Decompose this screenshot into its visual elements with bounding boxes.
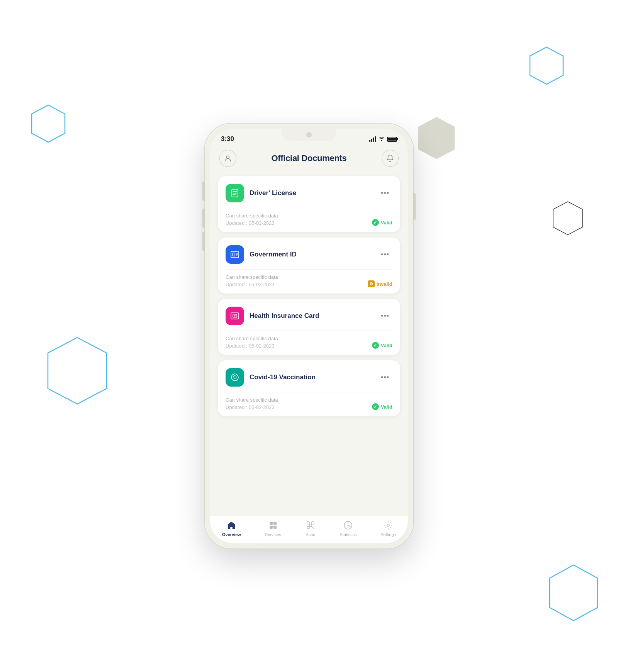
driver-license-card[interactable]: Driver' License ••• Can share specific d… xyxy=(218,176,400,232)
health-insurance-updated: Updated : 05-02-2023 xyxy=(226,343,278,349)
svg-marker-2 xyxy=(530,47,563,84)
svg-marker-3 xyxy=(553,202,582,235)
status-bar: 3:30 xyxy=(210,129,408,146)
profile-button[interactable] xyxy=(219,150,236,167)
hex-decoration-left-small xyxy=(31,104,66,143)
services-icon xyxy=(268,520,278,531)
driver-license-updated: Updated : 05-02-2023 xyxy=(226,220,278,226)
government-id-status-label: Invalid xyxy=(377,281,392,287)
svg-marker-1 xyxy=(48,338,107,404)
driver-license-status-icon: ✓ xyxy=(372,219,379,226)
health-insurance-status-icon: ✓ xyxy=(372,342,379,349)
hex-decoration-right-top xyxy=(529,46,564,85)
battery-icon xyxy=(387,137,397,142)
svg-rect-24 xyxy=(270,526,273,529)
nav-scan-label: Scan xyxy=(306,532,315,537)
health-insurance-share: Can share specific data xyxy=(226,336,278,341)
home-icon xyxy=(226,520,237,531)
driver-license-left: Driver' License xyxy=(226,184,296,202)
svg-rect-26 xyxy=(307,522,309,524)
nav-services-label: Services xyxy=(265,532,281,537)
health-insurance-card[interactable]: Health Insurance Card ••• Can share spec… xyxy=(218,299,400,355)
health-insurance-divider xyxy=(226,331,392,331)
health-insurance-header: Health Insurance Card ••• xyxy=(226,307,392,325)
driver-license-title: Driver' License xyxy=(250,189,296,197)
nav-settings-label: Settings xyxy=(380,532,396,537)
government-id-share: Can share specific data xyxy=(226,274,278,280)
notch-camera xyxy=(306,132,312,137)
nav-item-overview[interactable]: Overview xyxy=(216,520,247,537)
driver-license-share: Can share specific data xyxy=(226,213,278,219)
driver-license-divider xyxy=(226,208,392,208)
phone-screen: 3:30 xyxy=(210,129,408,543)
scan-icon xyxy=(305,520,316,531)
document-icon xyxy=(230,188,240,198)
svg-rect-22 xyxy=(270,522,273,525)
nav-item-settings[interactable]: Settings xyxy=(374,520,402,537)
svg-rect-28 xyxy=(307,526,309,529)
driver-license-menu-button[interactable]: ••• xyxy=(378,188,392,199)
covid-vaccination-header: Covid-19 Vaccination ••• xyxy=(226,368,392,387)
covid-vaccination-divider xyxy=(226,392,392,392)
nav-overview-label: Overview xyxy=(222,532,241,537)
status-icons xyxy=(369,136,397,142)
government-id-updated: Updated : 05-02-2023 xyxy=(226,282,278,287)
insurance-icon xyxy=(230,311,240,321)
driver-license-info: Can share specific data Updated : 05-02-… xyxy=(226,213,278,226)
svg-marker-5 xyxy=(418,117,455,159)
phone-frame: 3:30 xyxy=(205,124,413,548)
health-insurance-footer: Can share specific data Updated : 05-02-… xyxy=(226,336,392,349)
driver-license-icon xyxy=(226,184,244,202)
government-id-status-icon: ⚙ xyxy=(368,280,375,287)
driver-license-footer: Can share specific data Updated : 05-02-… xyxy=(226,213,392,226)
health-insurance-status: ✓ Valid xyxy=(372,342,392,349)
health-insurance-icon xyxy=(226,307,244,325)
page-title: Official Documents xyxy=(271,153,346,163)
government-id-menu-button[interactable]: ••• xyxy=(378,249,392,260)
nav-item-scan[interactable]: Scan xyxy=(299,520,322,537)
svg-point-6 xyxy=(227,156,229,159)
nav-item-statistics[interactable]: Statistics xyxy=(333,520,363,537)
bell-icon xyxy=(386,154,394,163)
settings-icon xyxy=(383,520,394,531)
signal-bars-icon xyxy=(369,136,376,142)
app-header: Official Documents xyxy=(210,146,408,173)
svg-point-21 xyxy=(234,378,236,379)
id-icon xyxy=(230,249,240,260)
nav-item-services[interactable]: Services xyxy=(259,520,287,537)
covid-vaccination-card[interactable]: Covid-19 Vaccination ••• Can share speci… xyxy=(218,360,400,416)
status-time: 3:30 xyxy=(221,135,234,143)
phone-body: 3:30 xyxy=(205,124,413,548)
profile-icon xyxy=(224,154,232,163)
driver-license-status-label: Valid xyxy=(381,220,392,226)
vaccination-icon xyxy=(230,372,240,382)
covid-vaccination-menu-button[interactable]: ••• xyxy=(378,372,392,383)
notification-button[interactable] xyxy=(382,150,399,167)
covid-vaccination-status: ✓ Valid xyxy=(372,403,392,410)
health-insurance-left: Health Insurance Card xyxy=(226,307,319,325)
svg-marker-4 xyxy=(550,565,598,621)
hex-decoration-right-bottom xyxy=(548,564,599,622)
driver-license-status: ✓ Valid xyxy=(372,219,392,226)
government-id-header: Government ID ••• xyxy=(226,245,392,264)
covid-vaccination-left: Covid-19 Vaccination xyxy=(226,368,316,387)
svg-rect-12 xyxy=(233,253,235,256)
covid-vaccination-share: Can share specific data xyxy=(226,397,278,403)
hex-decoration-right-mid xyxy=(552,201,583,236)
svg-line-30 xyxy=(312,526,314,529)
covid-vaccination-title: Covid-19 Vaccination xyxy=(250,373,316,381)
health-insurance-menu-button[interactable]: ••• xyxy=(378,311,392,322)
covid-vaccination-updated: Updated : 05-02-2023 xyxy=(226,404,278,410)
svg-marker-0 xyxy=(32,105,65,142)
notch xyxy=(282,129,336,141)
svg-rect-27 xyxy=(312,522,314,524)
statistics-icon xyxy=(343,520,353,531)
driver-license-header: Driver' License ••• xyxy=(226,184,392,202)
covid-vaccination-icon xyxy=(226,368,244,387)
covid-vaccination-status-icon: ✓ xyxy=(372,403,379,410)
government-id-status: ⚙ Invalid xyxy=(368,280,392,287)
government-id-divider xyxy=(226,269,392,270)
government-id-card[interactable]: Government ID ••• Can share specific dat… xyxy=(218,238,400,294)
covid-vaccination-info: Can share specific data Updated : 05-02-… xyxy=(226,397,278,410)
covid-vaccination-status-label: Valid xyxy=(381,404,392,410)
